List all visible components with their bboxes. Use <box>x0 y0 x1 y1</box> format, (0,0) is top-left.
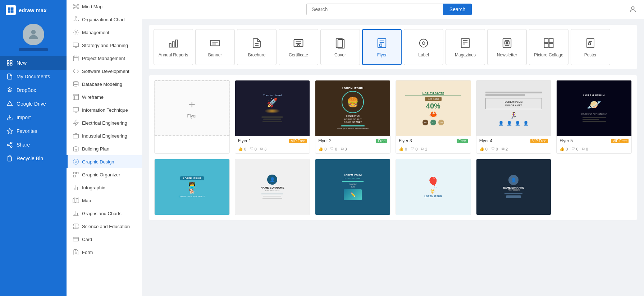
svg-rect-97 <box>503 39 511 48</box>
svg-rect-67 <box>73 237 79 241</box>
svg-rect-6 <box>10 60 12 62</box>
nav-favorites-label: Favorites <box>17 128 37 134</box>
flyer1-thumb: Your text here! 🚀 <box>235 80 310 136</box>
new-flyer-card[interactable]: + Flyer <box>154 80 230 154</box>
mid-info-tech[interactable]: Information Technique <box>67 103 142 116</box>
heart-icon: ♡ <box>491 147 495 151</box>
like-icon: 👍 <box>318 147 323 151</box>
mid-sidebar: Mind Map Organizational Chart Management… <box>67 0 142 296</box>
svg-point-52 <box>73 159 79 165</box>
cat-certificate[interactable]: Certificate <box>279 29 318 65</box>
svg-point-18 <box>78 4 79 5</box>
svg-line-24 <box>77 7 77 8</box>
cat-cover[interactable]: Cover <box>320 29 360 65</box>
svg-rect-93 <box>461 39 470 48</box>
bottom5-card[interactable]: 👤 NAME SURNAME PROFESSION <box>476 159 552 215</box>
nav-share[interactable]: Share <box>0 138 67 152</box>
nav-dropbox[interactable]: DropBox <box>0 83 67 97</box>
svg-rect-76 <box>211 41 220 46</box>
flyer2-thumb: LOREM IPSUM 🍔 CONSECTURADIPISCING ELITDO… <box>315 80 390 136</box>
cat-brochure[interactable]: Brochure <box>237 29 277 65</box>
mid-mind-map[interactable]: Mind Map <box>67 0 142 13</box>
search-button[interactable]: Search <box>443 4 472 15</box>
flyer4-info: Flyer 4 VIP Free <box>476 136 551 145</box>
mid-wireframe[interactable]: Wireframe <box>67 91 142 103</box>
mid-software-dev[interactable]: Software Development <box>67 65 142 78</box>
svg-point-4 <box>31 30 36 34</box>
logo-area: edraw max <box>0 0 67 20</box>
mid-graphs-charts[interactable]: Graphs and Charts <box>67 207 142 220</box>
svg-point-53 <box>75 161 77 163</box>
cat-label[interactable]: Label <box>404 29 443 65</box>
svg-rect-105 <box>549 43 553 47</box>
bottom1-card[interactable]: LOREM IPSUM 🧑‍💻 🐕 CONSECTUR ADIPISCING E… <box>154 159 230 215</box>
flyer4-card[interactable]: LOREM IPSUMDOLOR AMET 🏃‍♀️ 👤 👤 👤 👤 Flyer… <box>476 80 552 154</box>
flyer5-card[interactable]: LOREM IPSUM 🪐 CONSECTUR ADIPISCINE ELIT <box>556 80 632 154</box>
bottom4-card[interactable]: 🎈 🌤️ LOREM IPSUM <box>396 159 471 215</box>
copy-icon: ⧉ <box>341 147 344 151</box>
heart-icon: ♡ <box>330 147 334 151</box>
svg-point-16 <box>75 6 77 8</box>
cat-flyer[interactable]: Flyer <box>362 29 402 65</box>
cat-magazines[interactable]: Magazines <box>446 29 485 65</box>
flyer3-stats: 👍 0 ♡ 0 ⧉ 2 <box>396 145 471 153</box>
svg-point-11 <box>10 142 12 144</box>
cat-annual-reports[interactable]: Annual Reports <box>154 29 193 65</box>
svg-point-84 <box>298 45 300 46</box>
mid-industrial[interactable]: Industrial Engineering <box>67 129 142 142</box>
mid-project-mgmt[interactable]: Project Management <box>67 52 142 65</box>
nav-favorites[interactable]: Favorites <box>0 124 67 138</box>
flyer4-stats: 👍 0 ♡ 0 ⧉ 2 <box>476 145 551 153</box>
new-flyer-label: Flyer <box>187 114 197 119</box>
mid-map[interactable]: Map <box>67 194 142 207</box>
mid-card[interactable]: Card <box>67 233 142 246</box>
mid-strategy[interactable]: Strategy and Planning <box>67 39 142 52</box>
app-logo-icon <box>6 5 16 15</box>
flyer3-card[interactable]: HEALTH FACTS Sea Food 40% 🦀 44 3.1 220 F… <box>396 80 471 154</box>
flyer1-card[interactable]: Your text here! 🚀 Flyer 1 VIP Free <box>235 80 310 154</box>
svg-marker-10 <box>7 129 13 134</box>
svg-marker-49 <box>73 120 78 126</box>
mid-infographic[interactable]: Infographic <box>67 181 142 194</box>
banner-icon <box>209 37 221 50</box>
mid-management[interactable]: Management <box>67 26 142 39</box>
mid-graphic-design[interactable]: Graphic Design <box>67 155 142 168</box>
nav-my-documents[interactable]: My Documents <box>0 70 67 83</box>
svg-point-17 <box>73 4 74 5</box>
svg-point-92 <box>422 42 425 45</box>
flyer5-stats: 👍 0 ♡ 0 ⧉ 0 <box>557 145 631 153</box>
new-flyer-thumb[interactable]: + Flyer <box>155 80 229 136</box>
cat-poster[interactable]: Poster <box>571 29 610 65</box>
svg-rect-50 <box>73 134 79 138</box>
svg-rect-1 <box>11 8 14 10</box>
nav-google-drive[interactable]: Google Drive <box>0 97 67 111</box>
search-input[interactable] <box>306 4 443 15</box>
cat-banner[interactable]: Banner <box>195 29 235 65</box>
cat-newsletter[interactable]: Newsletter <box>487 29 527 65</box>
nav-import[interactable]: Import <box>0 111 67 124</box>
svg-point-12 <box>7 144 9 146</box>
mid-graphic-org[interactable]: Graphic Organizer <box>67 168 142 181</box>
bottom2-card[interactable]: 👤 NAME SURNAME PROFESSION <box>235 159 310 215</box>
flyer2-card[interactable]: LOREM IPSUM 🍔 CONSECTURADIPISCING ELITDO… <box>315 80 390 154</box>
plus-icon: + <box>188 98 195 111</box>
user-menu-icon[interactable] <box>629 5 637 13</box>
flyer4-thumb: LOREM IPSUMDOLOR AMET 🏃‍♀️ 👤 👤 👤 👤 <box>476 80 551 136</box>
flyer3-info: Flyer 3 Free <box>396 136 471 145</box>
mid-science[interactable]: Science and Education <box>67 220 142 233</box>
bottom3-card[interactable]: LOREM IPSUM DOLOR SIT AMET CONSECTUR ✏️ <box>315 159 390 215</box>
svg-rect-90 <box>380 44 382 46</box>
mid-form[interactable]: Form <box>67 246 142 259</box>
mid-electrical[interactable]: Electrical Engineering <box>67 116 142 129</box>
mid-building[interactable]: Building Plan <box>67 142 142 155</box>
svg-rect-103 <box>549 39 553 43</box>
cat-picture-collage[interactable]: Picture Collage <box>529 29 568 65</box>
flyer5-info: Flyer 5 VIP Free <box>557 136 631 145</box>
user-area <box>0 20 67 56</box>
nav-new[interactable]: New <box>0 56 67 70</box>
label-icon <box>417 37 430 50</box>
flyer1-stats: 👍 0 ♡ 0 ⧉ 3 <box>235 145 310 153</box>
mid-org-chart[interactable]: Organizational Chart <box>67 13 142 26</box>
nav-recycle-bin[interactable]: Recycle Bin <box>0 152 67 165</box>
mid-database[interactable]: Database Modeling <box>67 78 142 91</box>
